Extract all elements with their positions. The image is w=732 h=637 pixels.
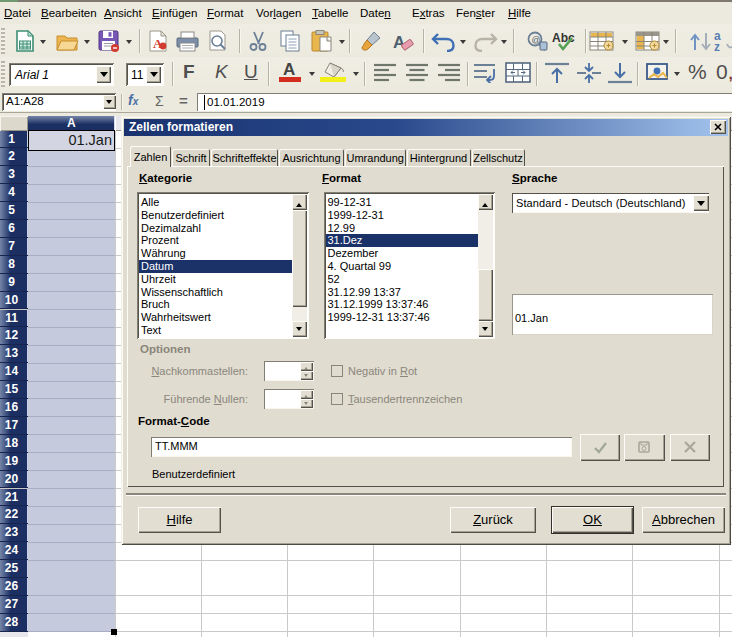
svg-text:z: z	[714, 40, 720, 52]
svg-text:@: @	[532, 35, 541, 45]
